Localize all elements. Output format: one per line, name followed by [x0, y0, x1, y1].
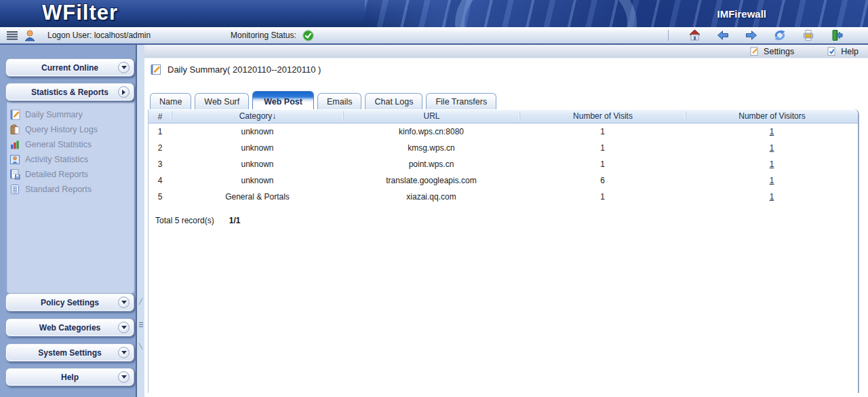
page-title: Daily Summary( 20120110--20120110 ) — [167, 64, 321, 75]
row-num: 5 — [149, 192, 172, 202]
sidebar-section-statistics-reports[interactable]: Statistics & Reports — [5, 83, 134, 101]
row-url: kinfo.wps.cn:8080 — [343, 127, 519, 136]
sidebar-item-detailed-reports[interactable]: Detailed Reports — [9, 167, 88, 182]
tab-chat-logs[interactable]: Chat Logs — [365, 93, 422, 109]
sidebar-section-help[interactable]: Help — [5, 368, 134, 386]
content-topbar: Settings Help — [144, 45, 868, 58]
back-icon[interactable] — [716, 29, 730, 42]
logon-user-label: Logon User: localhost/admin — [47, 31, 151, 40]
records-summary: Total 5 record(s) 1/1 — [155, 216, 858, 225]
sidebar-splitter — [136, 45, 144, 397]
green-check-icon — [302, 29, 315, 42]
row-category: unknown — [172, 127, 343, 136]
sidebar-item-general-statistics[interactable]: General Statistics — [9, 137, 92, 152]
wfilter-logo: WFilter — [42, 1, 118, 25]
row-visits: 1 — [519, 192, 686, 202]
table-row: 1 unknown kinfo.wps.cn:8080 1 1 — [149, 124, 858, 140]
report-disk-icon — [9, 169, 20, 180]
row-url: translate.googleapis.com — [343, 176, 519, 185]
total-records-label: Total 5 record(s) — [155, 216, 214, 225]
row-url: point.wps.cn — [343, 159, 519, 169]
sidebar-item-query-history-logs[interactable]: Query History Logs — [9, 122, 98, 137]
chevron-down-icon[interactable] — [118, 322, 130, 333]
lined-document-icon — [9, 184, 20, 195]
settings-page-pencil-icon — [749, 46, 760, 56]
table-row: 5 General & Portals xiazai.qq.com 1 1 — [149, 189, 858, 205]
menu-item-label: Daily Summary — [25, 110, 83, 119]
column-header-visitors[interactable]: Number of Visitors — [686, 111, 858, 121]
tab-web-post[interactable]: Web Post — [252, 91, 314, 109]
sidebar-section-system-settings[interactable]: System Settings — [5, 343, 134, 362]
row-category: unknown — [172, 176, 343, 185]
row-url: xiazai.qq.com — [343, 192, 519, 202]
visitors-link[interactable]: 1 — [770, 192, 774, 202]
sidebar-section-current-online[interactable]: Current Online — [5, 58, 134, 77]
column-header-url[interactable]: URL — [343, 111, 519, 121]
row-category: unknown — [172, 159, 343, 169]
main-content: Settings Help Daily Summary( 20120110--2… — [144, 45, 868, 397]
wfilter-app: WFilter IMFirewall Logon User: localhost… — [0, 0, 868, 397]
column-header-num[interactable]: # — [149, 112, 172, 121]
table-header-row: # Category↓ URL Number of Visits Number … — [149, 109, 858, 124]
tab-bar: Name Web Surf Web Post Emails Chat Logs … — [150, 92, 868, 109]
tab-name[interactable]: Name — [150, 93, 191, 109]
sidebar: Current Online Statistics & Reports Dail… — [0, 45, 136, 397]
table-row: 2 unknown kmsg.wps.cn 1 1 — [149, 140, 858, 156]
menu-item-label: Activity Statistics — [25, 155, 88, 164]
visitors-link[interactable]: 1 — [770, 159, 774, 169]
visitors-link[interactable]: 1 — [770, 127, 774, 136]
menu-icon[interactable] — [5, 29, 19, 42]
chevron-right-icon[interactable] — [118, 86, 130, 98]
tab-web-surf[interactable]: Web Surf — [195, 93, 249, 109]
section-label: Web Categories — [39, 323, 100, 333]
sidebar-item-activity-statistics[interactable]: Activity Statistics — [9, 152, 88, 167]
sidebar-item-standard-reports[interactable]: Standard Reports — [9, 182, 92, 197]
help-page-check-icon — [827, 46, 837, 56]
print-icon[interactable] — [802, 29, 815, 42]
notebook-pencil-icon — [9, 109, 20, 120]
forward-icon[interactable] — [745, 29, 758, 42]
splitter-grip-handle[interactable] — [138, 309, 143, 339]
table-row: 4 unknown translate.googleapis.com 6 1 — [149, 172, 858, 189]
logout-icon[interactable] — [830, 29, 844, 42]
tab-emails[interactable]: Emails — [317, 93, 362, 109]
row-num: 3 — [149, 159, 172, 169]
clipboard-icon — [9, 124, 20, 135]
section-label: Statistics & Reports — [31, 88, 108, 97]
monitoring-status-label: Monitoring Status: — [231, 31, 296, 40]
settings-label: Settings — [764, 47, 794, 56]
chevron-down-icon[interactable] — [118, 347, 130, 358]
table-panel: # Category↓ URL Number of Visits Number … — [148, 109, 859, 393]
page-indicator: 1/1 — [229, 216, 241, 225]
chevron-down-icon[interactable] — [118, 371, 130, 383]
banner: WFilter IMFirewall — [0, 0, 868, 27]
row-visits: 1 — [519, 127, 686, 136]
user-icon — [23, 29, 37, 42]
menu-item-label: Detailed Reports — [25, 170, 88, 179]
row-num: 1 — [149, 127, 172, 136]
row-category: unknown — [172, 143, 343, 153]
help-link[interactable]: Help — [827, 46, 859, 56]
section-label: System Settings — [38, 348, 101, 358]
sidebar-section-policy-settings[interactable]: Policy Settings — [5, 293, 134, 311]
tab-file-transfers[interactable]: File Transfers — [426, 93, 496, 109]
home-icon[interactable] — [688, 29, 701, 42]
chevron-down-icon[interactable] — [118, 297, 130, 308]
column-header-category[interactable]: Category↓ — [172, 111, 343, 121]
row-visits: 1 — [519, 159, 686, 169]
sidebar-section-web-categories[interactable]: Web Categories — [5, 318, 134, 337]
refresh-icon[interactable] — [773, 29, 787, 42]
menu-item-label: Standard Reports — [25, 185, 92, 194]
visitors-link[interactable]: 1 — [770, 176, 774, 185]
sidebar-item-daily-summary[interactable]: Daily Summary — [9, 107, 83, 122]
column-header-visits[interactable]: Number of Visits — [519, 111, 686, 121]
row-num: 4 — [149, 176, 172, 185]
bar-chart-icon — [9, 139, 20, 150]
visitors-link[interactable]: 1 — [770, 143, 774, 153]
chevron-down-icon[interactable] — [118, 62, 130, 73]
settings-link[interactable]: Settings — [749, 46, 794, 56]
banner-photo-decoration — [365, 0, 868, 27]
toolbar-separator — [668, 30, 669, 41]
menu-item-label: General Statistics — [25, 140, 92, 149]
help-label: Help — [841, 47, 859, 56]
